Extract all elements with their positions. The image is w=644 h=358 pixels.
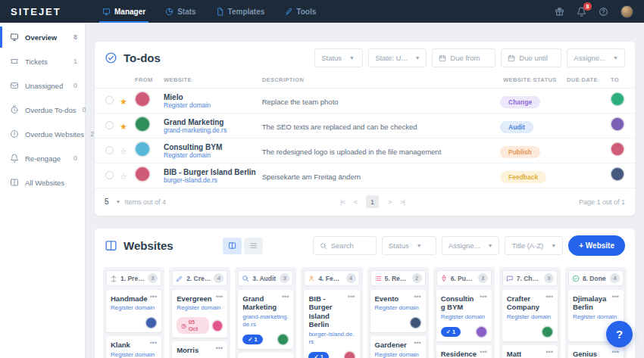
last-page-button[interactable]: >| — [400, 198, 405, 206]
due-from-date-input[interactable]: Due from — [432, 48, 496, 67]
sidebar-item-re-engage[interactable]: Re-engage0 — [0, 146, 85, 170]
website-link[interactable]: grand-marketing.de.rs — [164, 126, 256, 134]
kanban-column-header[interactable]: 7. Change3 — [502, 270, 558, 286]
website-card[interactable]: Handmade•••Register domain — [106, 290, 161, 332]
due-until-date-input[interactable]: Due until — [501, 48, 561, 67]
prev-page-button[interactable]: < — [354, 198, 357, 206]
card-menu-button[interactable]: ••• — [414, 341, 420, 349]
first-page-button[interactable]: |< — [340, 198, 345, 206]
website-card-link[interactable]: grand-marketing.de.rs — [242, 313, 289, 328]
website-card[interactable]: Evento•••Register domain — [370, 290, 426, 332]
sidebar-item-unassigned[interactable]: Unassigned0 — [0, 73, 85, 98]
website-card[interactable]: Evergreen•••Register domain◷05 Oct — [172, 290, 227, 338]
card-menu-button[interactable]: ••• — [546, 350, 552, 358]
kanban-column-header[interactable]: 1. Preparation3 — [106, 270, 161, 286]
todo-count-badge[interactable]: ✓1 — [308, 352, 328, 358]
assignee-avatar[interactable] — [476, 326, 487, 338]
website-card[interactable]: Morris•••Register domain — [172, 341, 227, 358]
next-page-button[interactable]: > — [388, 198, 391, 206]
status-filter-dropdown[interactable]: Status▼ — [382, 236, 436, 255]
website-card[interactable]: Residence•••Register domain — [436, 345, 492, 358]
assignee-avatar[interactable] — [344, 351, 355, 358]
sort-dropdown[interactable]: Title (A-Z)▼ — [505, 236, 563, 255]
list-view-button[interactable] — [244, 238, 263, 254]
todo-checkbox[interactable] — [105, 121, 114, 129]
card-menu-button[interactable]: ••• — [348, 294, 355, 329]
website-card[interactable]: Grand Marketing•••grand-marketing.de.rs✓… — [238, 290, 293, 349]
sidebar-item-all-websites[interactable]: All Websites — [0, 170, 85, 195]
website-card-link[interactable]: Register domain — [375, 304, 421, 312]
todo-count-badge[interactable]: ✓1 — [242, 335, 262, 344]
kanban-column-header[interactable]: 4. Feedback4 — [304, 270, 359, 286]
to-avatar[interactable] — [611, 167, 624, 181]
card-menu-button[interactable]: ••• — [282, 294, 289, 312]
star-icon[interactable]: ☆ — [120, 172, 127, 181]
website-card-link[interactable]: Register domain — [573, 313, 619, 321]
sidebar-item-overdue-todos[interactable]: Overdue To-dos0 — [0, 98, 85, 122]
website-link[interactable]: Register domain — [164, 151, 256, 159]
notifications-bell-icon[interactable]: 8 — [577, 7, 586, 17]
kanban-column-header[interactable]: 6. Publish3 — [436, 270, 492, 286]
user-avatar[interactable] — [621, 5, 633, 18]
todo-count-badge[interactable]: ✓1 — [441, 327, 461, 337]
kanban-column-header[interactable]: 8. Done4 — [568, 270, 624, 286]
kanban-view-button[interactable] — [223, 238, 242, 254]
sidebar-item-overdue-websites[interactable]: Overdue Websites2 — [0, 122, 85, 146]
assignee-filter-dropdown[interactable]: Assigne...▼ — [442, 236, 500, 255]
assignee-avatar[interactable] — [212, 320, 223, 332]
to-avatar[interactable] — [611, 142, 624, 156]
assignee-avatar[interactable] — [277, 334, 289, 345]
website-link[interactable]: Register domain — [164, 101, 256, 109]
card-menu-button[interactable]: ••• — [480, 294, 486, 312]
website-card-link[interactable]: Register domain — [375, 351, 421, 358]
website-card[interactable]: Gardener•••Register domain — [370, 336, 426, 358]
website-card-link[interactable]: Register domain — [111, 304, 157, 312]
from-avatar[interactable] — [135, 92, 150, 107]
assignee-avatar[interactable] — [542, 326, 553, 338]
assignee-avatar[interactable] — [145, 317, 157, 328]
website-card[interactable]: Matt Furniture•••Register domain▦16 Oct — [502, 345, 558, 358]
assignee-filter-dropdown[interactable]: Assigne...▼ — [567, 48, 625, 67]
card-menu-button[interactable]: ••• — [216, 294, 223, 303]
tab-manager[interactable]: Manager — [102, 0, 145, 23]
card-menu-button[interactable]: ••• — [150, 294, 157, 303]
website-card[interactable]: BIB - Burger Island Berlin•••burger-isla… — [304, 290, 359, 358]
card-menu-button[interactable]: ••• — [150, 341, 157, 349]
add-website-button[interactable]: + Website — [568, 235, 625, 256]
help-icon[interactable] — [599, 7, 608, 17]
from-avatar[interactable] — [135, 142, 150, 157]
help-fab-button[interactable]: ? — [606, 321, 633, 347]
website-card-link[interactable]: burger-island.de.rs — [308, 331, 355, 346]
assignee-avatar[interactable] — [410, 317, 421, 328]
current-page-button[interactable]: 1 — [366, 195, 379, 208]
website-card[interactable]: Mousiq•••Register domain — [238, 353, 293, 358]
card-menu-button[interactable]: ••• — [480, 350, 486, 358]
from-avatar[interactable] — [135, 117, 150, 132]
star-icon[interactable]: ☆ — [120, 147, 127, 156]
per-page-select[interactable]: 5▼ — [105, 198, 121, 206]
website-card[interactable]: Consulting BYM•••Register domain✓1 — [436, 290, 492, 341]
kanban-column-header[interactable]: 5. Revision2 — [370, 270, 426, 286]
to-avatar[interactable] — [611, 117, 624, 131]
kanban-column-header[interactable]: 3. Audit3 — [238, 270, 293, 286]
tab-templates[interactable]: Templates — [216, 0, 265, 23]
website-card-link[interactable]: Register domain — [177, 304, 223, 312]
website-card-link[interactable]: Register domain — [441, 313, 487, 321]
sidebar-item-tickets[interactable]: Tickets1 — [0, 49, 85, 73]
to-avatar[interactable] — [611, 92, 624, 106]
gift-icon[interactable] — [555, 7, 564, 17]
todo-checkbox[interactable] — [105, 96, 114, 104]
todo-checkbox[interactable] — [105, 146, 114, 154]
card-menu-button[interactable]: ••• — [546, 294, 552, 312]
star-icon[interactable]: ★ — [120, 122, 127, 131]
card-menu-button[interactable]: ••• — [612, 350, 619, 358]
tab-tools[interactable]: Tools — [284, 0, 316, 23]
card-menu-button[interactable]: ••• — [612, 294, 619, 312]
website-card-link[interactable]: Register domain — [111, 351, 157, 358]
card-menu-button[interactable]: ••• — [414, 294, 420, 303]
star-icon[interactable]: ★ — [120, 97, 127, 106]
kanban-column-header[interactable]: 2. Creation4 — [172, 270, 227, 286]
tab-stats[interactable]: Stats — [165, 0, 195, 23]
website-card-link[interactable]: Register domain — [507, 313, 553, 321]
sidebar-item-overview[interactable]: Overview8 — [0, 25, 85, 49]
